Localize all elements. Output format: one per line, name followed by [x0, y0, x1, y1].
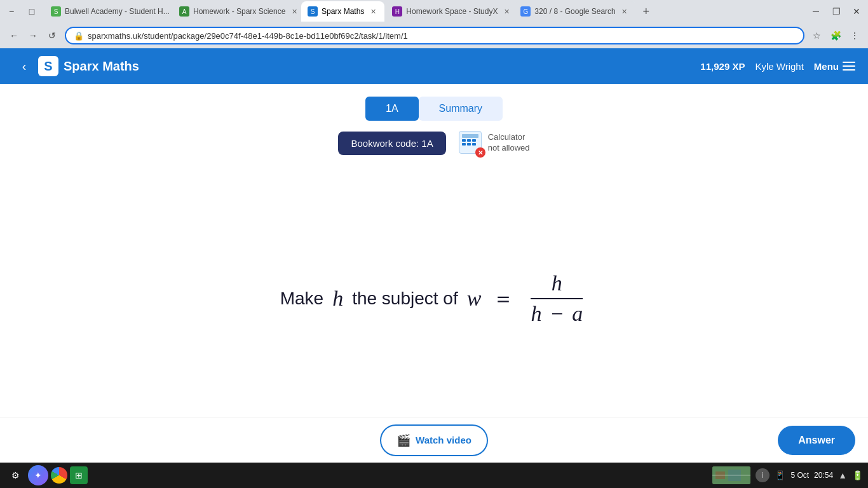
- minimize-button[interactable]: −: [3, 3, 20, 20]
- new-tab-button[interactable]: +: [637, 3, 655, 20]
- logo-icon: S: [38, 56, 58, 76]
- logo-letter: S: [44, 59, 52, 74]
- back-icon: ‹: [22, 59, 27, 74]
- task-tabs: 1A Summary: [365, 97, 503, 121]
- calculator-icon-wrap: ✕: [459, 131, 483, 155]
- tab5-label: 320 / 8 - Google Search: [534, 7, 615, 16]
- calc-row-2: [462, 143, 478, 146]
- calculator-info: ✕ Calculator not allowed: [459, 131, 530, 155]
- math-problem-area: Make h the subject of w ＝ h h − a: [0, 180, 868, 417]
- subject-text: the subject of: [352, 288, 458, 309]
- reload-button[interactable]: ↺: [43, 27, 61, 44]
- answer-button[interactable]: Answer: [778, 426, 855, 455]
- browser-tab-4[interactable]: H Homework Space - StudyX ✕: [386, 1, 513, 22]
- bookwork-badge: Bookwork code: 1A: [338, 132, 445, 155]
- tab3-label: Sparx Maths: [322, 7, 364, 16]
- browser-tab-1[interactable]: S Bulwell Academy - Student H... ✕: [44, 1, 172, 22]
- watch-video-button[interactable]: 🎬 Watch video: [380, 424, 488, 456]
- fraction-line: [531, 298, 583, 299]
- menu-button[interactable]: Menu: [814, 61, 855, 72]
- taskbar-time: 20:54: [814, 471, 833, 480]
- app-title: Sparx Maths: [64, 59, 139, 74]
- window-close-button[interactable]: ✕: [848, 3, 865, 20]
- info-icon: i: [756, 468, 770, 482]
- browser-tab-3[interactable]: S Sparx Maths ✕: [301, 1, 384, 22]
- window-restore-button[interactable]: ❐: [827, 3, 845, 20]
- sheets-icon: ⊞: [75, 470, 83, 480]
- tab4-label: Homework Space - StudyX: [406, 7, 498, 16]
- tab2-favicon: A: [179, 6, 189, 17]
- tab1-label: Bulwell Academy - Student H...: [65, 7, 170, 16]
- tab3-favicon: S: [308, 6, 318, 17]
- math-expression: Make h the subject of w ＝ h h − a: [280, 271, 588, 326]
- back-navigation-button[interactable]: ←: [5, 27, 23, 44]
- calculator-status-text: Calculator not allowed: [488, 132, 530, 154]
- wifi-icon: ▲: [838, 470, 847, 480]
- fraction: h h − a: [531, 271, 583, 326]
- calc-row-1: [462, 139, 478, 142]
- calculator-x-icon: ✕: [475, 147, 485, 158]
- system-icon: ⚙: [11, 470, 20, 480]
- system-button[interactable]: ⚙: [5, 465, 25, 485]
- chrome-taskbar-button[interactable]: [51, 467, 67, 484]
- tab1-favicon: S: [51, 6, 61, 17]
- taskbar-date: 5 Oct: [790, 471, 809, 480]
- video-camera-icon: 🎬: [397, 433, 410, 447]
- maximize-button[interactable]: □: [23, 3, 41, 20]
- tab3-close[interactable]: ✕: [368, 6, 378, 17]
- tab4-close[interactable]: ✕: [501, 6, 512, 17]
- bottom-bar: 🎬 Watch video Answer: [0, 417, 868, 463]
- taskbar: ⚙ ✦ ⊞ i 📱 5 Oct 20:54 ▲ 🔋: [0, 463, 868, 488]
- back-button[interactable]: ‹: [13, 55, 36, 78]
- tab2-close[interactable]: ✕: [289, 6, 299, 17]
- phone-icon: 📱: [775, 470, 785, 480]
- user-name: Kyle Wright: [755, 61, 803, 72]
- var-w: w: [467, 287, 482, 311]
- make-text: Make: [280, 288, 323, 309]
- xp-display: 11,929 XP: [700, 61, 745, 72]
- assistant-icon: ✦: [34, 470, 42, 480]
- fraction-numerator: h: [552, 271, 562, 297]
- fraction-denominator: h − a: [531, 301, 583, 326]
- app-logo: S Sparx Maths: [38, 56, 139, 76]
- more-button[interactable]: ⋮: [846, 27, 863, 44]
- tab-summary[interactable]: Summary: [419, 97, 503, 121]
- var-h: h: [332, 287, 343, 311]
- map-icon: [712, 466, 750, 484]
- battery-icon: 🔋: [852, 470, 863, 480]
- tab4-favicon: H: [392, 6, 402, 17]
- window-minimize-button[interactable]: ─: [807, 3, 825, 20]
- browser-tab-5[interactable]: G 320 / 8 - Google Search ✕: [514, 1, 635, 22]
- tab2-label: Homework - Sparx Science: [193, 7, 285, 16]
- hamburger-icon: [843, 62, 855, 71]
- info-row: Bookwork code: 1A ✕: [338, 131, 529, 155]
- forward-navigation-button[interactable]: →: [24, 27, 42, 44]
- browser-tab-2[interactable]: A Homework - Sparx Science ✕: [173, 1, 300, 22]
- tab5-close[interactable]: ✕: [620, 6, 630, 17]
- assistant-button[interactable]: ✦: [28, 465, 48, 485]
- watch-video-label: Watch video: [416, 435, 471, 445]
- menu-label: Menu: [814, 61, 839, 72]
- bookmark-button[interactable]: ☆: [808, 27, 825, 44]
- sheets-taskbar-button[interactable]: ⊞: [70, 466, 88, 484]
- address-bar-input[interactable]: [88, 31, 796, 41]
- extensions-button[interactable]: 🧩: [827, 27, 844, 44]
- chrome-icon: [51, 467, 67, 484]
- map-thumbnail[interactable]: [712, 466, 750, 484]
- calc-display: [462, 134, 478, 138]
- lock-icon: 🔒: [74, 31, 84, 41]
- tab5-favicon: G: [520, 6, 531, 17]
- equals-sign: ＝: [492, 284, 514, 313]
- tab-1a[interactable]: 1A: [365, 97, 419, 121]
